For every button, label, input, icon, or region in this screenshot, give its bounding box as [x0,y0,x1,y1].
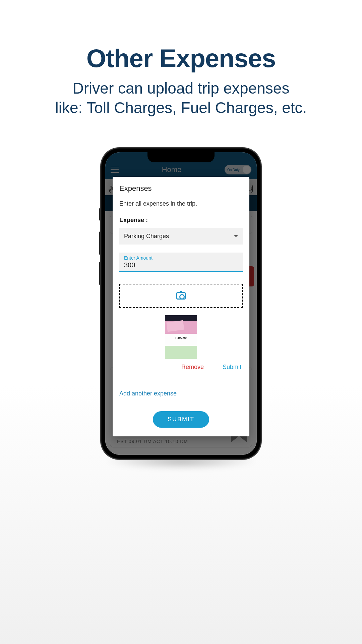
submit-link[interactable]: Submit [223,364,241,371]
camera-icon [176,292,186,300]
amount-field[interactable]: Enter Amount 300 [119,253,243,272]
phone-frame: Home On Duty Ju ul ‹ › Bus Stop [101,148,261,460]
camera-upload-box[interactable] [119,284,243,308]
phone-notch [147,152,215,162]
hero-title: Other Expenses [0,44,362,73]
expenses-modal: Expenses Enter all expenses in the trip.… [113,177,249,436]
submit-button[interactable]: SUBMIT [153,411,209,428]
modal-title: Expenses [119,184,243,193]
dropdown-value: Parking Charges [124,233,169,240]
modal-subtitle: Enter all expenses in the trip. [119,200,243,207]
phone-side-button [99,208,101,221]
phone-side-button [99,262,101,285]
phone-screen: Home On Duty Ju ul ‹ › Bus Stop [105,152,257,455]
hero-subtitle: Driver can upload trip expenses like: To… [0,79,362,117]
amount-float-label: Enter Amount [124,255,238,261]
hero-section: Other Expenses Driver can upload trip ex… [0,0,362,117]
remove-button[interactable]: Remove [181,364,204,371]
amount-value: 300 [124,261,135,269]
expense-type-dropdown[interactable]: Parking Charges [119,228,243,245]
chevron-down-icon [234,235,238,237]
receipt-thumbnail[interactable] [165,315,197,359]
add-another-expense-link[interactable]: Add another expense [119,390,243,397]
phone-side-button [99,231,101,255]
expense-label: Expense : [119,217,243,224]
